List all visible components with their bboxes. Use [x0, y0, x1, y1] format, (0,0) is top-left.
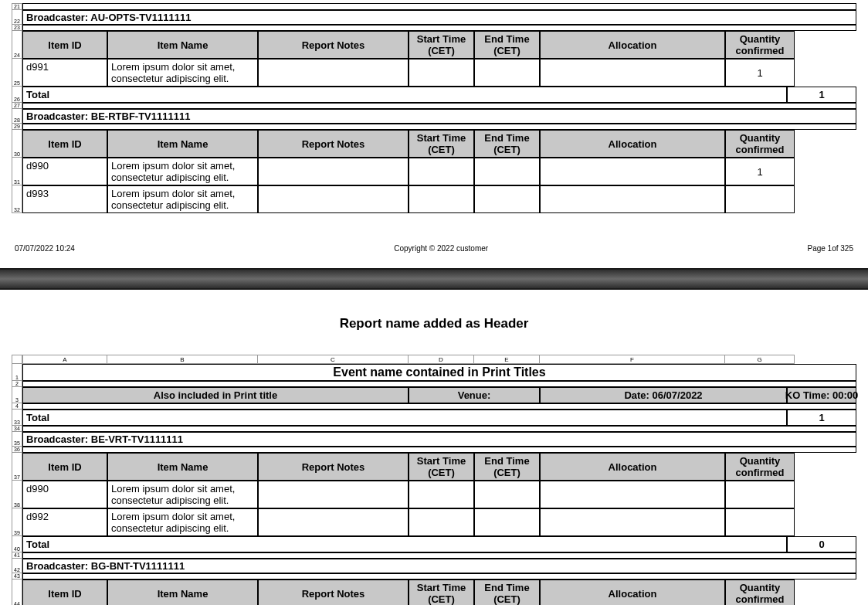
header-report-notes: Report Notes: [258, 130, 409, 158]
cell-end: [474, 508, 540, 536]
cell-item-name: Lorem ipsum dolor sit amet, consectetur …: [107, 481, 258, 508]
page-footer: 07/07/2022 10:24 Copyright © 2022 custom…: [12, 244, 856, 253]
rownum: 43: [12, 573, 22, 580]
col-letter: D: [409, 355, 474, 364]
subheader-ko: KO Time: 00:00: [787, 387, 856, 403]
rownum: 26: [12, 87, 22, 103]
header-end-time: End Time (CET): [474, 31, 540, 59]
rownum: 34: [12, 426, 22, 432]
table-row: 39 d992 Lorem ipsum dolor sit amet, cons…: [12, 508, 856, 536]
empty-cell: [22, 426, 856, 432]
header-start-time: Start Time (CET): [409, 31, 474, 59]
column-letters-row: A B C D E F G: [12, 355, 856, 364]
cell-report-notes: [258, 508, 409, 536]
row-27: 27: [12, 103, 856, 109]
header-item-name: Item Name: [107, 453, 258, 481]
total-label: Total: [22, 536, 787, 552]
empty-cell: [22, 381, 856, 387]
rownum: 39: [12, 508, 22, 536]
spreadsheet-area-1: 21 22 Broadcaster: AU-OPTS-TV1111111 23 …: [12, 3, 856, 213]
rownum: 31: [12, 158, 22, 185]
broadcaster-label: Broadcaster: BE-VRT-TV1111111: [22, 432, 856, 447]
rownum: 28: [12, 109, 22, 124]
cell-qty: 1: [725, 158, 795, 185]
total-qty: 1: [787, 410, 856, 426]
rownum: 22: [12, 10, 22, 25]
cell-start: [409, 508, 474, 536]
total-row: 26 Total 1: [12, 87, 856, 103]
rownum: 3: [12, 387, 22, 403]
cell-start: [409, 185, 474, 213]
page-2: Report name added as Header A B C D E F …: [0, 290, 868, 605]
cell-item-name: Lorem ipsum dolor sit amet, consectetur …: [107, 185, 258, 213]
header-qty: Quantity confirmed: [725, 31, 795, 59]
header-report-notes: Report Notes: [258, 31, 409, 59]
row-broadcaster-label-1: 22 Broadcaster: AU-OPTS-TV1111111: [12, 10, 856, 25]
header-item-name: Item Name: [107, 580, 258, 605]
header-item-id: Item ID: [22, 130, 107, 158]
empty-cell: [22, 552, 856, 559]
spreadsheet-area-2: A B C D E F G 1 Event name contained in …: [12, 355, 856, 605]
footer-timestamp: 07/07/2022 10:24: [15, 244, 75, 253]
rownum: 42: [12, 559, 22, 573]
table-row: 25 d991 Lorem ipsum dolor sit amet, cons…: [12, 59, 856, 87]
broadcaster-label: Broadcaster: BE-RTBF-TV1111111: [22, 109, 856, 124]
broadcaster-label: Broadcaster: BG-BNT-TV1111111: [22, 559, 856, 573]
header-report-notes: Report Notes: [258, 580, 409, 605]
cell-item-id: d993: [22, 185, 107, 213]
cell-item-id: d992: [22, 508, 107, 536]
rownum: 27: [12, 103, 22, 109]
table-header-row: 44 Item ID Item Name Report Notes Start …: [12, 580, 856, 605]
row-21: 21: [12, 3, 856, 10]
total-qty: 1: [787, 87, 856, 103]
empty-cell: [22, 403, 856, 410]
table-row: 38 d990 Lorem ipsum dolor sit amet, cons…: [12, 481, 856, 508]
cell-item-id: d990: [22, 158, 107, 185]
rownum: 44: [12, 580, 22, 605]
page-1: 21 22 Broadcaster: AU-OPTS-TV1111111 23 …: [0, 0, 868, 253]
cell-qty: [725, 481, 795, 508]
header-end-time: End Time (CET): [474, 130, 540, 158]
empty-cell: [22, 124, 856, 130]
cell-report-notes: [258, 481, 409, 508]
header-end-time: End Time (CET): [474, 580, 540, 605]
print-title: Event name contained in Print Titles: [22, 364, 856, 381]
cell-alloc: [540, 185, 725, 213]
cell-end: [474, 481, 540, 508]
subheader-row: 3 Also included in Print title Venue: Da…: [12, 387, 856, 403]
rownum: 29: [12, 124, 22, 130]
header-allocation: Allocation: [540, 130, 725, 158]
cell-start: [409, 481, 474, 508]
rownum: 36: [12, 447, 22, 453]
table-header-row: 24 Item ID Item Name Report Notes Start …: [12, 31, 856, 59]
cell-end: [474, 59, 540, 87]
total-label: Total: [22, 410, 787, 426]
cell-qty: [725, 508, 795, 536]
col-letter: E: [474, 355, 540, 364]
cell-alloc: [540, 481, 725, 508]
table-row: 32 d993 Lorem ipsum dolor sit amet, cons…: [12, 185, 856, 213]
header-allocation: Allocation: [540, 453, 725, 481]
subheader-date: Date: 06/07/2022: [540, 387, 787, 403]
footer-page-number: Page 1of 325: [807, 244, 853, 253]
cell-qty: [725, 185, 795, 213]
cell-start: [409, 158, 474, 185]
cell-end: [474, 158, 540, 185]
rownum: 40: [12, 536, 22, 552]
rownum: 2: [12, 381, 22, 387]
total-label: Total: [22, 87, 787, 103]
header-allocation: Allocation: [540, 31, 725, 59]
header-qty: Quantity confirmed: [725, 453, 795, 481]
header-item-id: Item ID: [22, 580, 107, 605]
col-letter: F: [540, 355, 725, 364]
empty-cell: [22, 25, 856, 31]
cell-alloc: [540, 158, 725, 185]
empty-cell: [22, 573, 856, 580]
broadcaster-label: Broadcaster: AU-OPTS-TV1111111: [22, 10, 856, 25]
row-29: 29: [12, 124, 856, 130]
page-divider: [0, 268, 868, 290]
col-letter: G: [725, 355, 795, 364]
header-item-name: Item Name: [107, 130, 258, 158]
subheader-venue: Venue:: [409, 387, 540, 403]
empty-cell: [22, 3, 856, 10]
